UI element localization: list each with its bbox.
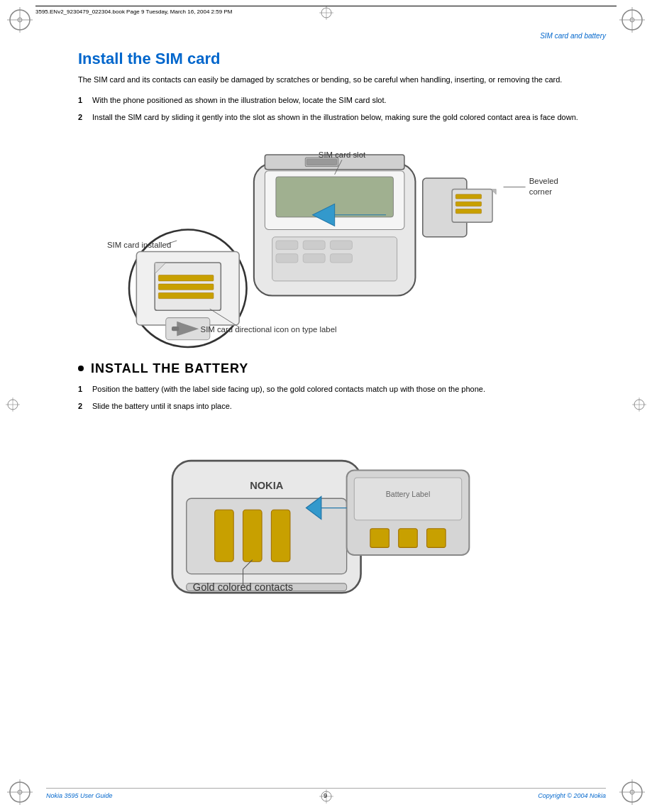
svg-text:SIM card directional icon on t: SIM card directional icon on type label <box>201 325 337 334</box>
battery-title-row: INSTALL THE BATTERY <box>78 361 606 376</box>
svg-rect-35 <box>303 253 325 262</box>
battery-title-text: INSTALL THE BATTERY <box>91 361 248 376</box>
battery-step-1: 1 Position the battery (with the label s… <box>78 383 606 395</box>
svg-rect-33 <box>330 241 352 249</box>
reg-mark-left <box>6 397 20 415</box>
svg-rect-77 <box>370 528 389 547</box>
svg-rect-31 <box>276 241 298 249</box>
svg-rect-70 <box>215 510 234 561</box>
battery-section: INSTALL THE BATTERY 1 Position the batte… <box>78 361 606 565</box>
step-num-2: 2 <box>78 111 92 124</box>
corner-mark-br <box>618 778 646 806</box>
svg-text:SIM card installed: SIM card installed <box>107 241 171 249</box>
svg-rect-52 <box>158 275 214 280</box>
page-footer: Nokia 3595 User Guide 9 Copyright © 2004… <box>46 788 606 799</box>
footer-right: Copyright © 2004 Nokia <box>538 792 606 799</box>
svg-rect-41 <box>306 159 336 165</box>
svg-rect-46 <box>455 209 481 213</box>
sim-step-1: 1 With the phone positioned as shown in … <box>78 94 606 106</box>
svg-text:NOKIA: NOKIA <box>250 479 284 490</box>
battery-step-text-1: Position the battery (with the label sid… <box>92 383 606 395</box>
top-bar: 3595.ENv2_9230479_022304.book Page 9 Tue… <box>35 6 617 15</box>
footer-page-number: 9 <box>324 792 327 799</box>
svg-rect-75 <box>354 478 461 520</box>
svg-rect-71 <box>243 510 263 561</box>
svg-text:SIM card slot: SIM card slot <box>319 150 366 159</box>
page-header-text: SIM card and battery <box>540 32 606 40</box>
svg-text:Beveled: Beveled <box>529 177 558 185</box>
step-text-2: Install the SIM card by sliding it gentl… <box>92 111 606 124</box>
step-text-1: With the phone positioned as shown in th… <box>92 94 606 106</box>
book-info: 3595.ENv2_9230479_022304.book Page 9 Tue… <box>35 9 232 15</box>
svg-rect-69 <box>187 498 347 574</box>
svg-text:corner: corner <box>529 187 552 195</box>
reg-mark-right <box>632 397 646 415</box>
svg-rect-78 <box>399 528 418 547</box>
svg-text:Battery Label: Battery Label <box>386 489 431 498</box>
svg-rect-44 <box>455 194 481 198</box>
sim-steps-list: 1 With the phone positioned as shown in … <box>78 94 606 124</box>
battery-step-text-2: Slide the battery until it snaps into pl… <box>92 400 606 412</box>
battery-step-num-2: 2 <box>78 400 92 412</box>
svg-rect-72 <box>271 510 290 561</box>
svg-rect-54 <box>158 292 214 298</box>
sim-intro: The SIM card and its contacts can easily… <box>78 74 606 86</box>
svg-rect-36 <box>330 253 352 262</box>
corner-mark-tr <box>618 6 646 34</box>
battery-step-2: 2 Slide the battery until it snaps into … <box>78 400 606 412</box>
sim-illustration: NOKIA <box>78 134 606 347</box>
battery-step-num-1: 1 <box>78 383 92 395</box>
svg-rect-45 <box>455 202 481 206</box>
svg-rect-57 <box>172 327 179 331</box>
main-content: Install the SIM card The SIM card and it… <box>78 50 606 755</box>
battery-illustration: NOKIA Battery Label <box>78 423 606 565</box>
battery-steps-list: 1 Position the battery (with the label s… <box>78 383 606 412</box>
svg-rect-34 <box>276 253 298 262</box>
svg-rect-32 <box>303 241 325 249</box>
svg-rect-79 <box>427 528 446 547</box>
sim-section-title: Install the SIM card <box>78 50 606 68</box>
svg-rect-53 <box>158 284 214 290</box>
step-num-1: 1 <box>78 94 92 106</box>
corner-mark-bl <box>6 778 34 806</box>
corner-mark-tl <box>6 6 34 34</box>
bullet-dot <box>78 366 84 371</box>
page-header: SIM card and battery <box>540 32 606 40</box>
footer-left: Nokia 3595 User Guide <box>46 792 113 799</box>
sim-step-2: 2 Install the SIM card by sliding it gen… <box>78 111 606 124</box>
